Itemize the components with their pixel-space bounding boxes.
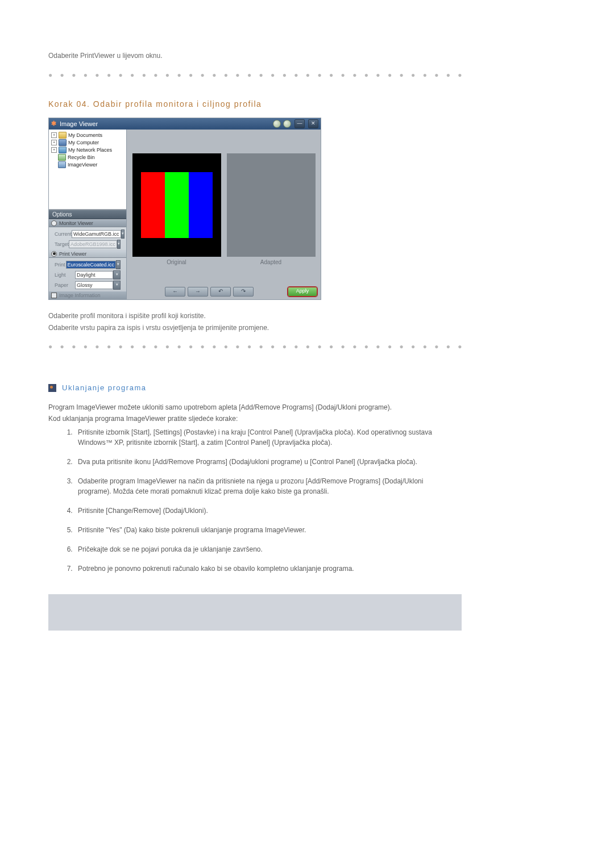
checkbox-icon[interactable]: [51, 293, 57, 298]
expand-icon[interactable]: +: [51, 147, 57, 153]
image-information-toggle[interactable]: Image Information: [49, 291, 126, 299]
adapted-pane: Adapted: [227, 153, 316, 265]
intro-text: Odaberite PrintViewer u lijevom oknu.: [48, 51, 463, 61]
separator-dots-2: ● ● ● ● ● ● ● ● ● ● ● ● ● ● ● ● ● ● ● ● …: [48, 343, 463, 350]
next-button[interactable]: →: [188, 287, 208, 297]
target-label: Target: [55, 241, 69, 247]
print-field: Print EuroscaleCoated.icc ▾: [51, 260, 124, 270]
step-item: Dva puta pritisnite ikonu [Add/Remove Pr…: [74, 457, 463, 467]
options-header: Options: [49, 210, 126, 219]
prev-button[interactable]: ←: [165, 287, 185, 297]
tree-label: My Network Places: [68, 147, 112, 153]
tree-label: Recycle Bin: [68, 155, 95, 160]
uninstall-title: Uklanjanje programa: [62, 383, 146, 392]
print-label: Print: [55, 262, 66, 268]
uninstall-heading-row: Uklanjanje programa: [48, 383, 463, 392]
dropdown-icon[interactable]: ▾: [121, 229, 125, 239]
current-label: Current: [55, 231, 72, 237]
original-label: Original: [167, 259, 186, 265]
imageviewer-window: ✱ Image Viewer — ✕ + My Documents +: [48, 118, 321, 300]
step-item: Pritisnite izbornik [Start], [Settings] …: [74, 427, 463, 448]
monitor-viewer-radio[interactable]: Monitor Viewer: [49, 219, 126, 227]
radio-label: Print Viewer: [59, 251, 86, 257]
radio-icon[interactable]: [51, 251, 57, 257]
after-screenshot-line1: Odaberite profil monitora i ispišite pro…: [48, 311, 463, 321]
print-input[interactable]: EuroscaleCoated.icc: [66, 261, 117, 269]
tree-item-my-network[interactable]: + My Network Places: [50, 147, 126, 154]
tree-item-recycle-bin[interactable]: Recycle Bin: [50, 154, 126, 161]
paper-label: Paper: [55, 282, 75, 288]
current-field: Current WideGamutRGB.icc ▾: [51, 229, 124, 239]
tree-item-my-computer[interactable]: + My Computer: [50, 139, 126, 147]
app-folder-icon: [58, 161, 66, 168]
folder-tree[interactable]: + My Documents + My Computer + My Networ…: [49, 130, 126, 210]
original-pane: Original: [132, 153, 221, 265]
adapted-image: [227, 153, 316, 257]
step-heading: Korak 04. Odabir profila monitora i cilj…: [48, 99, 463, 108]
dropdown-icon[interactable]: ▾: [113, 270, 121, 279]
dropdown-icon: ▾: [117, 240, 121, 249]
step-item: Pritisnite [Change/Remove] (Dodaj/Ukloni…: [74, 506, 463, 516]
apply-button[interactable]: Apply: [288, 287, 317, 297]
image-information-label: Image Information: [59, 293, 101, 298]
window-titlebar: ✱ Image Viewer — ✕: [49, 118, 321, 130]
dropdown-icon[interactable]: ▾: [113, 281, 121, 290]
after-screenshot-line2: Odaberite vrstu papira za ispis i vrstu …: [48, 323, 463, 333]
footer-bar: [48, 594, 462, 631]
step-item: Potrebno je ponovno pokrenuti računalo k…: [74, 564, 463, 574]
step-item: Odaberite program ImageViewer na način d…: [74, 476, 463, 496]
window-title: Image Viewer: [60, 120, 98, 127]
close-button[interactable]: ✕: [308, 119, 318, 128]
minimize-button[interactable]: —: [294, 119, 305, 128]
recycle-icon: [58, 154, 66, 161]
help-icon-1[interactable]: [273, 120, 281, 128]
folder-icon: [59, 132, 67, 139]
radio-icon[interactable]: [51, 220, 57, 226]
uninstall-para-1: Program ImageViewer možete ukloniti samo…: [48, 402, 463, 412]
dropdown-icon[interactable]: ▾: [116, 260, 121, 269]
left-panel: + My Documents + My Computer + My Networ…: [49, 130, 126, 299]
rotate-right-button[interactable]: ↷: [233, 287, 254, 297]
uninstall-steps: Pritisnite izbornik [Start], [Settings] …: [48, 427, 463, 574]
current-input[interactable]: WideGamutRGB.icc: [72, 230, 121, 238]
tree-label: My Computer: [68, 140, 99, 145]
help-icon-2[interactable]: [283, 120, 291, 128]
uninstall-icon: [48, 384, 56, 392]
preview-toolbar: ← → ↶ ↷ Apply: [127, 285, 321, 299]
tree-item-my-documents[interactable]: + My Documents: [50, 132, 126, 139]
light-field: Light Daylight ▾: [51, 270, 124, 280]
computer-icon: [59, 139, 67, 146]
radio-label: Monitor Viewer: [59, 220, 93, 226]
tree-label: My Documents: [68, 132, 102, 138]
expand-icon[interactable]: +: [51, 132, 57, 138]
step-item: Pričekajte dok se ne pojavi poruka da je…: [74, 544, 463, 554]
step-item: Pritisnite "Yes" (Da) kako biste pokrenu…: [74, 525, 463, 535]
app-icon: ✱: [51, 120, 56, 127]
print-viewer-radio[interactable]: Print Viewer: [49, 250, 126, 258]
adapted-label: Adapted: [260, 259, 281, 265]
paper-input[interactable]: Glossy: [75, 281, 113, 289]
tree-label: ImageViewer: [68, 162, 97, 168]
rotate-left-button[interactable]: ↶: [210, 287, 231, 297]
expand-icon[interactable]: +: [51, 140, 57, 145]
tree-item-imageviewer[interactable]: ImageViewer: [50, 161, 126, 169]
uninstall-para-2: Kod uklanjanja programa ImageViewer prat…: [48, 414, 463, 424]
preview-panel: Original Adapted ← → ↶ ↷ Apply: [126, 130, 321, 299]
light-label: Light: [55, 272, 75, 278]
options-panel: Monitor Viewer Current WideGamutRGB.icc …: [49, 219, 126, 299]
target-field: Target AdobeRGB1998.icc ▾: [51, 239, 124, 249]
original-image: [132, 153, 221, 257]
light-input[interactable]: Daylight: [75, 271, 113, 279]
target-input: AdobeRGB1998.icc: [69, 240, 117, 248]
network-icon: [59, 147, 67, 153]
paper-field: Paper Glossy ▾: [51, 280, 124, 290]
separator-dots: ● ● ● ● ● ● ● ● ● ● ● ● ● ● ● ● ● ● ● ● …: [48, 71, 463, 79]
